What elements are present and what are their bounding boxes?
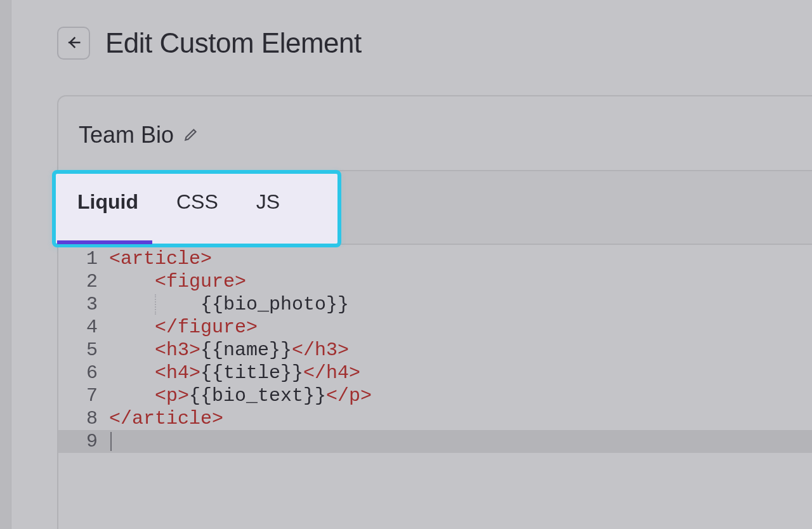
code-content[interactable]: </article> bbox=[109, 407, 223, 430]
tab-css[interactable]: CSS bbox=[176, 190, 218, 218]
line-number: 5 bbox=[58, 339, 109, 362]
element-name-row: Team Bio bbox=[58, 96, 812, 166]
code-line[interactable]: 8</article> bbox=[58, 407, 812, 430]
line-number: 9 bbox=[58, 430, 109, 453]
indent-guide bbox=[155, 294, 156, 315]
code-tabs: Liquid CSS JS bbox=[77, 190, 280, 218]
code-line[interactable]: 2 <figure> bbox=[58, 270, 812, 293]
code-content[interactable]: <p>{{bio_text}}</p> bbox=[109, 384, 372, 407]
code-line[interactable]: 7 <p>{{bio_text}}</p> bbox=[58, 384, 812, 407]
code-content[interactable] bbox=[109, 430, 112, 453]
line-number: 1 bbox=[58, 247, 109, 270]
line-number: 7 bbox=[58, 384, 109, 407]
code-line[interactable]: 3 {{bio_photo}} bbox=[58, 293, 812, 316]
code-line[interactable]: 6 <h4>{{title}}</h4> bbox=[58, 362, 812, 384]
tab-js[interactable]: JS bbox=[256, 190, 280, 218]
code-content[interactable]: </figure> bbox=[109, 316, 258, 339]
code-editor[interactable]: 1<article>2 <figure>3 {{bio_photo}}4 </f… bbox=[58, 247, 812, 529]
line-number: 6 bbox=[58, 362, 109, 384]
page-title: Edit Custom Element bbox=[105, 27, 362, 59]
code-content[interactable]: <h3>{{name}}</h3> bbox=[109, 339, 349, 362]
back-button[interactable] bbox=[57, 27, 90, 60]
page-header: Edit Custom Element bbox=[57, 27, 362, 60]
line-number: 4 bbox=[58, 316, 109, 339]
code-content[interactable]: <h4>{{title}}</h4> bbox=[109, 362, 360, 384]
code-line[interactable]: 9 bbox=[58, 430, 812, 453]
code-content[interactable]: <article> bbox=[109, 247, 212, 270]
rename-button[interactable] bbox=[183, 126, 199, 145]
app-left-gutter bbox=[0, 0, 11, 529]
code-content[interactable]: {{bio_photo}} bbox=[109, 293, 349, 316]
code-content[interactable]: <figure> bbox=[109, 270, 246, 293]
editor-panel: Team Bio Liquid CSS JS 1<article>2 <figu… bbox=[57, 95, 812, 529]
arrow-left-icon bbox=[65, 34, 82, 53]
line-number: 2 bbox=[58, 270, 109, 293]
line-number: 8 bbox=[58, 407, 109, 430]
tab-liquid[interactable]: Liquid bbox=[77, 190, 138, 218]
text-cursor bbox=[110, 432, 112, 451]
pencil-icon bbox=[183, 135, 199, 145]
line-number: 3 bbox=[58, 293, 109, 316]
element-name: Team Bio bbox=[79, 122, 174, 148]
code-line[interactable]: 1<article> bbox=[58, 247, 812, 270]
code-line[interactable]: 5 <h3>{{name}}</h3> bbox=[58, 339, 812, 362]
code-line[interactable]: 4 </figure> bbox=[58, 316, 812, 339]
